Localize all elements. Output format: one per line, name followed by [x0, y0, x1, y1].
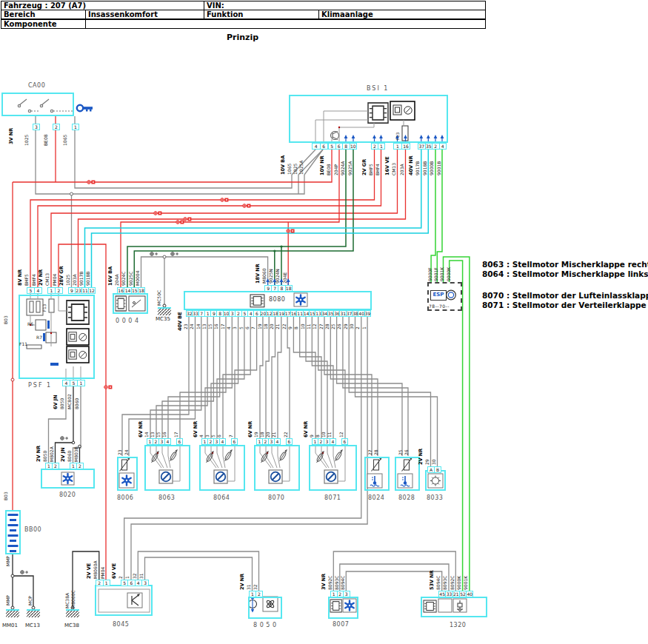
label-mc35: MC35 — [156, 316, 170, 322]
diagram-shape — [163, 255, 166, 258]
diagram-shape — [36, 130, 304, 194]
u1320-wires: 8094C8093C8092C9000K9001K — [436, 556, 470, 590]
esp-sub-label: 78--70-- — [429, 303, 450, 309]
label-1320: 1320 — [450, 622, 466, 628]
component-8006-box — [117, 457, 138, 491]
diagram-shape — [156, 316, 207, 438]
u8033-pins: AB — [427, 466, 441, 473]
u8050-pins: 12 — [249, 591, 262, 597]
bsi1-g4-wires: CM13203A — [392, 150, 408, 175]
pin-6: 6 — [286, 438, 293, 445]
psf1-t3-pins: 9231112 — [68, 287, 95, 294]
component-bsi1-box — [289, 95, 448, 143]
label-8024: 8024 — [368, 494, 384, 501]
pin-1: 1 — [378, 143, 385, 150]
label-8071: 8071 — [324, 494, 341, 501]
ca00-pins: 321 — [33, 124, 79, 130]
u8071-bus: 6V NR — [304, 422, 309, 437]
diagram-shape — [168, 316, 220, 438]
diagram-shape — [273, 249, 275, 252]
wire-label-M0004: M0004 — [136, 261, 142, 286]
u8080-bottom-bus: 40V BE — [178, 317, 183, 331]
wire-label-28: 28 — [374, 444, 380, 455]
u8050-wires: 3132 — [247, 577, 260, 590]
wire-mcp-label: MCP — [28, 594, 33, 606]
bsi1-g5-bus: 40V NR — [409, 150, 414, 175]
wire-label-9001B: 9001B — [437, 150, 444, 175]
pin-3: 3 — [141, 580, 149, 586]
psf1-t1-bus: 8V NR — [18, 261, 23, 286]
psf1-t2-wires: CM13PM04 — [45, 261, 60, 286]
wire-label-9024C: 9024C — [121, 261, 128, 286]
pin-6: 6 — [176, 438, 183, 445]
wire-label-22: 22 — [284, 422, 290, 437]
diagram-shape — [10, 529, 16, 531]
wire-label-30: 30 — [432, 449, 438, 465]
u8020-g1-wires: 8050M802A — [43, 440, 56, 462]
diagram-shape — [77, 105, 83, 111]
psf1-t1-pins: 54 — [27, 287, 41, 294]
label-ca00: CA00 — [28, 82, 45, 89]
diagram-shape — [83, 107, 93, 110]
u8033-wires: 2930 — [425, 449, 438, 465]
wire-label-203A: 203A — [400, 150, 408, 175]
u8080-top-bus: 18V NR — [255, 259, 261, 284]
u8045-g2-bus: 6V VE — [112, 555, 117, 579]
label-bsi1: BSI 1 — [367, 85, 389, 92]
pin-4: 4 — [274, 438, 281, 445]
pin-12: 12 — [88, 287, 96, 294]
u8020-g1-bus: 2V NR — [36, 440, 41, 462]
component-8033-box — [425, 470, 446, 491]
diagram-shape — [346, 571, 441, 591]
u8024-wires: 2728 — [368, 444, 380, 455]
wire-b03-label-1: B03 — [4, 312, 8, 324]
bsi1-g5-wires: 9017B9018B9000B9001B — [415, 150, 444, 175]
diagram-shape — [150, 252, 158, 256]
ca00-bus-label: 3V NR — [9, 128, 14, 144]
esp-label: ESP — [430, 290, 447, 301]
diagram-shape — [145, 557, 253, 591]
diagram-shape — [6, 511, 20, 554]
diagram-shape — [180, 316, 226, 438]
pin-2: 2 — [255, 591, 263, 597]
wire-label-32: 32 — [253, 577, 260, 590]
wire-mmp-label-1: MMP — [6, 555, 10, 566]
psf1-b1-bus: 6V JN — [53, 387, 59, 409]
u8071-wires: 98101112 — [310, 422, 345, 437]
component-8024-box — [364, 457, 390, 491]
diagram-shape — [287, 316, 290, 438]
diagram-shape — [8, 545, 19, 547]
mc38-wire-labels: MC38AM8060C — [65, 586, 77, 608]
psf1-relay-r6-label: R6 — [27, 321, 33, 326]
wire-label-M8060C: M8060C — [71, 586, 77, 608]
u8080-top-pins: 97818 — [264, 285, 292, 292]
diagram-shape — [86, 110, 88, 112]
wire-label-BE08: BE08 — [44, 131, 50, 146]
wire-label-BHF4: BHF4 — [375, 150, 382, 175]
u8028-wires: 2526 — [398, 444, 410, 455]
component-8020-box — [41, 469, 95, 489]
label-8006: 8006 — [117, 494, 133, 501]
wire-b03-label-2: B03 — [4, 489, 8, 500]
wire-label-M803B: M803B — [74, 440, 81, 462]
diagram-shape — [162, 316, 213, 438]
u8045-g1-bus: 2V VE — [87, 555, 92, 579]
diagram-shape — [10, 550, 16, 552]
wire-label-6: 6 — [217, 422, 223, 437]
legend: 8063 : Stellmotor Mischerklappe rechts 8… — [482, 260, 647, 310]
pin-2: 2 — [55, 287, 63, 294]
legend-line-8063: 8063 : Stellmotor Mischerklappe rechts — [482, 260, 647, 269]
wire-label-204E: 204E — [283, 259, 290, 284]
diagram-shape — [8, 514, 19, 516]
u8007-pins: 123 — [330, 591, 350, 597]
pin-2: 2 — [76, 463, 84, 469]
diagram-shape — [158, 304, 171, 315]
u8020-g1-pins: 12 — [45, 463, 59, 469]
wire-label-1025: 1025 — [24, 131, 31, 146]
diagram-shape — [27, 606, 40, 617]
u8070-wires: 1918202122 — [254, 422, 290, 437]
pin-1: 1 — [77, 380, 85, 386]
wire-label-17: 17 — [174, 422, 180, 437]
pin-1: 1 — [103, 580, 111, 586]
diagram-shape — [272, 316, 275, 438]
